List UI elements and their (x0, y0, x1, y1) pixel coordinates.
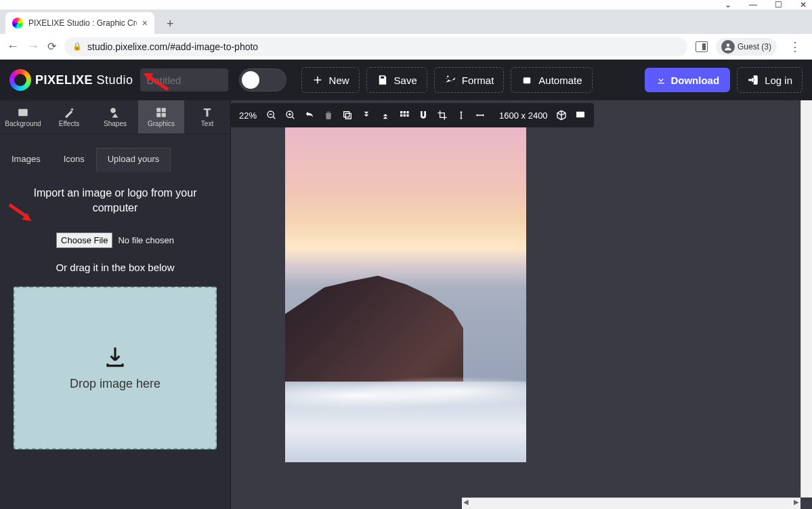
dropzone[interactable]: Drop image here (14, 287, 217, 449)
layer-up-icon[interactable] (380, 110, 391, 121)
trash-icon[interactable] (323, 110, 334, 121)
magnet-icon[interactable] (418, 110, 429, 121)
graphics-subtabs: Images Icons Upload yours (0, 148, 230, 172)
tab-close-icon[interactable]: × (142, 18, 148, 28)
browser-menu-icon[interactable]: ⋮ (785, 39, 805, 54)
undo-icon[interactable] (304, 110, 315, 121)
nav-forward-icon[interactable]: → (27, 39, 39, 54)
window-minimize-icon[interactable]: — (749, 0, 757, 9)
tool-background[interactable]: Background (0, 100, 46, 134)
height-icon[interactable] (456, 110, 467, 121)
svg-rect-7 (162, 108, 166, 112)
svg-rect-16 (406, 111, 408, 113)
browser-tab[interactable]: PIXELIXE Studio : Graphic Crea × (5, 12, 154, 34)
canvas-hscrollbar[interactable] (462, 497, 800, 509)
screen-icon[interactable] (575, 110, 586, 121)
svg-rect-6 (156, 108, 161, 112)
cube-icon[interactable] (556, 110, 567, 121)
tool-graphics[interactable]: Graphics (138, 100, 184, 134)
side-tools: Background Effects Shapes Graphics Text (0, 100, 230, 134)
canvas-vscrollbar[interactable] (800, 100, 812, 497)
svg-rect-20 (576, 112, 584, 118)
svg-point-0 (727, 43, 730, 47)
document-title-input[interactable] (140, 68, 228, 91)
layer-down-icon[interactable] (361, 110, 372, 121)
svg-rect-18 (404, 115, 406, 117)
svg-rect-4 (18, 109, 28, 117)
automate-button[interactable]: Automate (511, 67, 592, 93)
window-titlebar: ⌄ — ☐ ✕ (0, 0, 812, 9)
app-header: PIXELIXE Studio New Save Format Automate… (0, 60, 812, 100)
svg-rect-12 (344, 112, 349, 117)
window-maximize-icon[interactable]: ☐ (775, 0, 782, 9)
profile-label: Guest (3) (738, 42, 771, 52)
tool-effects[interactable]: Effects (46, 100, 92, 134)
browser-tab-strip: PIXELIXE Studio : Graphic Crea × + (0, 9, 812, 34)
grid-icon[interactable] (399, 110, 410, 121)
new-tab-button[interactable]: + (161, 14, 179, 34)
import-instruction: Import an image or logo from your comput… (11, 186, 219, 216)
tool-shapes[interactable]: Shapes (92, 100, 138, 134)
canvas-dimensions: 1600 x 2400 (499, 110, 548, 121)
tab-favicon-icon (12, 18, 23, 28)
subtab-images[interactable]: Images (0, 148, 52, 172)
app-logo[interactable]: PIXELIXE Studio (9, 69, 133, 91)
nav-reload-icon[interactable]: ⟳ (47, 40, 56, 53)
copy-icon[interactable] (342, 110, 353, 121)
logo-ring-icon (9, 69, 31, 91)
tool-text[interactable]: Text (184, 100, 230, 134)
new-button[interactable]: New (301, 67, 360, 93)
choose-file-button[interactable]: Choose File (56, 232, 112, 248)
image-foam (285, 375, 526, 415)
app-root: PIXELIXE Studio New Save Format Automate… (0, 60, 812, 509)
download-button[interactable]: Download (645, 68, 730, 92)
theme-toggle[interactable] (239, 68, 286, 91)
crop-icon[interactable] (437, 110, 448, 121)
lock-icon: 🔒 (72, 42, 82, 51)
canvas-toolbar: 22% 1600 x 2400 (231, 103, 594, 127)
nav-back-icon[interactable]: ← (7, 39, 19, 54)
app-body: Background Effects Shapes Graphics Text … (0, 100, 812, 509)
url-field[interactable]: 🔒 studio.pixelixe.com/#add-image-to-phot… (64, 37, 687, 56)
svg-rect-8 (156, 113, 161, 117)
logo-text: PIXELIXE Studio (35, 73, 133, 87)
or-drag-label: Or drag it in the box below (11, 262, 219, 273)
canvas-area[interactable]: 22% 1600 x 2400 (231, 100, 812, 509)
sidebar: Background Effects Shapes Graphics Text … (0, 100, 231, 509)
login-button[interactable]: Log in (737, 67, 803, 93)
svg-rect-17 (400, 115, 402, 117)
svg-rect-9 (162, 113, 166, 117)
zoom-percent: 22% (239, 110, 257, 121)
upload-panel: Import an image or logo from your comput… (0, 172, 230, 463)
avatar-icon (721, 40, 735, 54)
window-chevron-icon[interactable]: ⌄ (725, 0, 731, 9)
url-text: studio.pixelixe.com/#add-image-to-photo (87, 41, 258, 52)
canvas-image[interactable] (285, 127, 526, 462)
format-button[interactable]: Format (434, 67, 505, 93)
no-file-label: No file chosen (118, 235, 173, 245)
svg-point-2 (525, 80, 526, 81)
panel-toggle-icon[interactable] (696, 41, 708, 52)
file-input-row: Choose File No file chosen (11, 232, 219, 248)
width-icon[interactable] (475, 110, 486, 121)
svg-rect-19 (406, 115, 408, 117)
window-close-icon[interactable]: ✕ (800, 0, 807, 9)
zoom-out-icon[interactable] (266, 110, 277, 121)
profile-chip[interactable]: Guest (3) (716, 38, 777, 56)
zoom-in-icon[interactable] (285, 110, 296, 121)
dropzone-label: Drop image here (70, 377, 161, 391)
subtab-upload-yours[interactable]: Upload yours (96, 148, 171, 172)
svg-point-3 (528, 80, 529, 81)
subtab-icons[interactable]: Icons (52, 148, 96, 172)
svg-rect-14 (400, 111, 402, 113)
browser-address-bar: ← → ⟳ 🔒 studio.pixelixe.com/#add-image-t… (0, 34, 812, 60)
svg-rect-15 (404, 111, 406, 113)
svg-point-5 (110, 108, 116, 113)
download-arrow-icon (102, 344, 128, 370)
svg-rect-1 (523, 77, 531, 83)
svg-rect-13 (345, 113, 351, 119)
save-button[interactable]: Save (366, 67, 427, 93)
tab-title: PIXELIXE Studio : Graphic Crea (28, 18, 137, 28)
